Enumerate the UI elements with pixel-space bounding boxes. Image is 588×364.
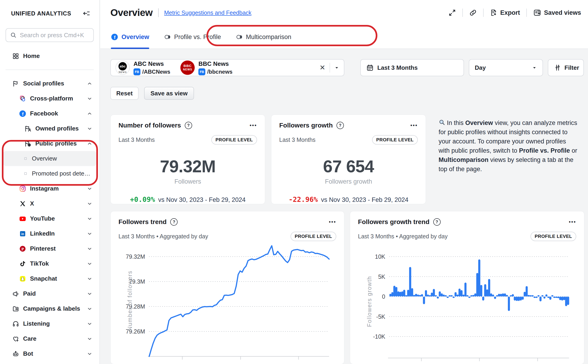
care-heart-icon: [12, 335, 19, 342]
headphones-icon: [12, 320, 19, 327]
expand-button[interactable]: [448, 9, 456, 16]
search-box[interactable]: [6, 28, 94, 42]
followers-metric-card: Number of followers ? ••• Last 3 Months …: [110, 115, 265, 204]
chevron-down-icon: [87, 201, 92, 207]
sidebar-item-pinterest[interactable]: PPinterest: [0, 241, 99, 256]
help-icon[interactable]: ?: [185, 122, 192, 129]
sidebar-item-social-profiles[interactable]: Social profiles: [0, 76, 99, 91]
svg-text:79.32M: 79.32M: [126, 253, 145, 260]
sidebar: UNIFIED ANALYTICS HomeSocial profilesCro…: [0, 0, 100, 364]
x-icon: [19, 201, 26, 207]
sidebar-item-paid[interactable]: Paid: [0, 286, 99, 301]
sidebar-item-listening[interactable]: Listening: [0, 316, 99, 331]
sidebar-item-campaigns-labels[interactable]: Campaigns & labels: [0, 301, 99, 316]
sidebar-item-snapchat[interactable]: Snapchat: [0, 271, 99, 286]
collapse-sidebar-button[interactable]: [82, 9, 91, 18]
svg-text:-10K: -10K: [373, 333, 385, 340]
granularity-label: Day: [475, 64, 486, 71]
profile-chip-bbcnews[interactable]: BBCNEWS BBC News FB/bbcnews: [180, 60, 232, 75]
card-period: Last 3 Months: [279, 136, 316, 143]
clear-profiles-button[interactable]: ✕: [319, 64, 325, 71]
title-separator: [158, 8, 159, 17]
megaphone-icon: [12, 290, 19, 297]
share-link-button[interactable]: [469, 9, 477, 16]
card-menu-button[interactable]: •••: [569, 219, 576, 225]
sidebar-item-cross-platform[interactable]: Cross-platform: [0, 91, 99, 106]
sidebar-item-overview[interactable]: Overview: [3, 151, 96, 166]
sidebar-item-public-profiles[interactable]: Public profiles: [0, 136, 99, 151]
profile-selector[interactable]: abcNEWS ABC News FB/ABCNews BBCNEWS BBC …: [110, 59, 344, 76]
granularity-dropdown[interactable]: Day: [469, 59, 543, 76]
chevron-down-icon: [87, 336, 92, 342]
followers-trend-card: Followers trend ? ••• Last 3 Months • Ag…: [110, 211, 344, 364]
save-as-view-button[interactable]: Save as view: [144, 87, 194, 100]
svg-text:Apr 16: Apr 16: [232, 363, 249, 364]
sidebar-item-tiktok[interactable]: TikTok: [0, 256, 99, 271]
abc-news-avatar: abcNEWS: [116, 60, 130, 75]
svg-text:P: P: [21, 247, 24, 251]
chevron-down-icon: [87, 126, 92, 131]
svg-text:10K: 10K: [375, 253, 385, 260]
sidebar-item-x[interactable]: X: [0, 196, 99, 211]
cross-platform-icon: [19, 95, 26, 102]
search-input[interactable]: [20, 32, 89, 39]
card-title: Followers trend: [118, 218, 167, 226]
tab-overview[interactable]: fOverview: [111, 26, 149, 48]
help-icon[interactable]: ?: [170, 218, 178, 226]
content: abcNEWS ABC News FB/ABCNews BBCNEWS BBC …: [100, 49, 588, 364]
sidebar-item-care[interactable]: Care: [0, 331, 99, 346]
bot-icon: [12, 350, 19, 357]
app-brand: UNIFIED ANALYTICS: [11, 10, 71, 17]
page-header: Overview Metric Suggestions and Feedback: [100, 0, 588, 26]
metric-comparison-period: vs Nov 30, 2023 - Feb 29, 2024: [321, 196, 408, 203]
card-menu-button[interactable]: •••: [410, 122, 418, 128]
sidebar-item-instagram[interactable]: Instagram: [0, 181, 99, 196]
snapchat-icon: [19, 275, 26, 282]
expand-icon: [448, 9, 456, 16]
saved-views-icon: [533, 9, 541, 17]
card-menu-button[interactable]: •••: [329, 219, 336, 225]
svg-text:May 16: May 16: [289, 363, 308, 364]
chevron-down-icon: [87, 306, 92, 312]
compare-icon: [164, 33, 171, 40]
reset-button[interactable]: Reset: [110, 87, 139, 100]
card-title: Followers growth trend: [358, 218, 430, 226]
date-range-button[interactable]: Last 3 Months: [360, 59, 464, 76]
flag-icon: [12, 80, 19, 87]
profile-dropdown-caret[interactable]: [334, 65, 339, 70]
filter-label: Filter: [564, 64, 579, 71]
sidebar-item-linkedin[interactable]: inLinkedIn: [0, 226, 99, 241]
sidebar-item-bot[interactable]: Bot: [0, 346, 99, 361]
profile-level-badge: PROFILE LEVEL: [530, 232, 576, 241]
tab-multicomparison[interactable]: Multicomparison: [236, 26, 291, 48]
metric-value: 67 654: [279, 156, 418, 176]
sidebar-item-home[interactable]: Home: [0, 48, 99, 64]
export-button[interactable]: Export: [490, 9, 520, 16]
profile-chip-abcnews[interactable]: abcNEWS ABC News FB/ABCNews: [116, 60, 170, 75]
metric-value: 79.32M: [118, 156, 257, 176]
followers-growth-trend-card: Followers growth trend ? ••• Last 3 Mont…: [350, 211, 584, 364]
followers-trend-chart[interactable]: 79.32M79.3M79.28M79.26MMar 17Apr 16May 1…: [118, 242, 336, 364]
bbc-news-avatar: BBCNEWS: [180, 60, 195, 75]
saved-views-button[interactable]: Saved views: [533, 9, 581, 17]
owned-profiles-icon: [25, 125, 31, 132]
help-icon[interactable]: ?: [336, 122, 344, 129]
tab-profile-vs-profile[interactable]: Profile vs. Profile: [164, 26, 221, 48]
sidebar-item-owned-profiles[interactable]: Owned profiles: [0, 121, 99, 136]
filter-button[interactable]: Filter: [548, 59, 584, 76]
metric-suggestions-link[interactable]: Metric Suggestions and Feedback: [164, 9, 252, 16]
caret-down-icon: [334, 65, 339, 70]
help-icon[interactable]: ?: [433, 218, 441, 226]
followers-growth-trend-chart[interactable]: 10K5K0-5K-10KMar 17Apr 16May 16Followers…: [358, 242, 576, 364]
page-title: Overview: [110, 7, 153, 18]
sidebar-item-facebook[interactable]: fFacebook: [0, 106, 99, 121]
chevron-down-icon: [87, 246, 92, 252]
sidebar-item-youtube[interactable]: YouTube: [0, 211, 99, 226]
card-menu-button[interactable]: •••: [250, 122, 257, 128]
chevron-down-icon: [87, 216, 92, 221]
sidebar-item-promoted-post-dete[interactable]: Promoted post dete…: [0, 166, 99, 181]
chevron-up-icon: [87, 81, 92, 86]
svg-text:Followers growth: Followers growth: [366, 276, 373, 327]
profile-level-badge: PROFILE LEVEL: [291, 232, 336, 241]
chip-separator: [330, 63, 330, 72]
